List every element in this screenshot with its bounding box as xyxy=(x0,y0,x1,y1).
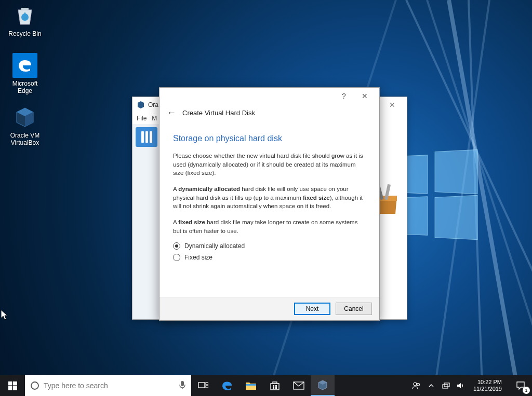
create-vhd-wizard: ? ✕ ← Create Virtual Hard Disk Storage o… xyxy=(159,87,380,321)
radio-label: Fixed size xyxy=(184,254,212,261)
radio-dynamically-allocated[interactable]: Dynamically allocated xyxy=(173,242,366,250)
svg-rect-10 xyxy=(13,386,17,390)
svg-rect-7 xyxy=(8,381,12,386)
wizard-titlebar: ? ✕ xyxy=(159,88,379,104)
taskbar-app-mail[interactable] xyxy=(287,375,311,396)
tools-icon[interactable] xyxy=(136,127,157,147)
svg-point-25 xyxy=(414,383,417,386)
virtualbox-icon xyxy=(317,379,328,391)
svg-point-26 xyxy=(417,384,420,386)
svg-rect-19 xyxy=(275,385,277,387)
taskbar-time: 10:22 PM xyxy=(473,379,502,386)
wizard-heading: Storage on physical hard disk xyxy=(173,134,366,143)
search-input[interactable] xyxy=(44,381,175,390)
cancel-button[interactable]: Cancel xyxy=(336,303,372,315)
notification-badge: 1 xyxy=(523,387,530,394)
microphone-icon[interactable] xyxy=(179,380,186,391)
svg-rect-15 xyxy=(206,383,208,385)
task-view-button[interactable] xyxy=(191,375,215,396)
taskbar-app-virtualbox[interactable] xyxy=(311,375,335,396)
task-view-icon xyxy=(198,381,208,390)
system-tray: 10:22 PM 11/21/2019 xyxy=(408,375,509,396)
wizard-paragraph-3: A fixed size hard disk file may take lon… xyxy=(173,218,366,235)
taskbar: 10:22 PM 11/21/2019 1 xyxy=(0,375,532,396)
desktop-icon-virtualbox[interactable]: Oracle VM VirtualBox xyxy=(4,105,46,146)
edge-icon xyxy=(221,379,233,392)
svg-rect-9 xyxy=(8,386,12,390)
virtualbox-app-icon xyxy=(137,101,145,109)
help-button[interactable]: ? xyxy=(334,89,354,103)
people-icon[interactable] xyxy=(412,381,421,390)
taskbar-date: 11/21/2019 xyxy=(473,386,502,392)
wizard-paragraph-2: A dynamically allocated hard disk file w… xyxy=(173,185,366,211)
folder-icon xyxy=(245,381,257,390)
mail-icon xyxy=(293,381,304,390)
close-button[interactable]: ✕ xyxy=(354,89,375,103)
cortana-icon xyxy=(30,381,39,390)
desktop-icon-edge[interactable]: Microsoft Edge xyxy=(4,53,46,94)
svg-rect-12 xyxy=(181,381,184,386)
recycle-bin-icon xyxy=(12,3,37,28)
store-icon xyxy=(270,380,280,391)
svg-rect-14 xyxy=(198,383,205,388)
menu-item[interactable]: M xyxy=(152,115,157,122)
radio-label: Dynamically allocated xyxy=(184,242,245,250)
close-button[interactable]: ✕ xyxy=(382,101,403,109)
edge-icon xyxy=(12,53,37,78)
virtualbox-icon xyxy=(12,105,37,130)
radio-icon xyxy=(173,242,180,250)
menu-file[interactable]: File xyxy=(137,115,147,122)
svg-rect-8 xyxy=(13,381,17,386)
volume-icon[interactable] xyxy=(456,381,465,390)
taskbar-app-store[interactable] xyxy=(263,375,287,396)
wizard-footer: Next Cancel xyxy=(159,297,379,320)
taskbar-app-edge[interactable] xyxy=(215,375,239,396)
taskbar-clock[interactable]: 10:22 PM 11/21/2019 xyxy=(470,379,505,392)
taskbar-app-explorer[interactable] xyxy=(239,375,263,396)
search-box[interactable] xyxy=(25,375,191,396)
svg-point-11 xyxy=(31,382,38,389)
network-icon[interactable] xyxy=(441,381,450,390)
desktop-icon-label: Oracle VM VirtualBox xyxy=(4,132,46,146)
cursor-icon xyxy=(1,310,9,323)
desktop-icon-label: Microsoft Edge xyxy=(4,80,46,94)
svg-rect-21 xyxy=(275,387,277,389)
back-arrow-button[interactable]: ← xyxy=(167,107,176,118)
svg-rect-18 xyxy=(273,385,274,387)
next-button[interactable]: Next xyxy=(294,303,330,315)
radio-fixed-size[interactable]: Fixed size xyxy=(173,254,366,261)
tray-chevron-up-icon[interactable] xyxy=(427,383,436,389)
svg-rect-16 xyxy=(206,386,208,388)
svg-rect-17 xyxy=(246,384,256,386)
svg-rect-20 xyxy=(273,387,274,389)
radio-icon xyxy=(173,254,180,261)
svg-marker-4 xyxy=(138,101,144,108)
wizard-title: Create Virtual Hard Disk xyxy=(182,109,255,117)
wizard-paragraph-1: Please choose whether the new virtual ha… xyxy=(173,152,366,177)
desktop-icon-recycle-bin[interactable]: Recycle Bin xyxy=(4,3,46,37)
start-button[interactable] xyxy=(0,375,25,396)
action-center-button[interactable]: 1 xyxy=(509,375,532,396)
windows-start-icon xyxy=(8,381,17,390)
desktop-icon-label: Recycle Bin xyxy=(4,30,46,37)
